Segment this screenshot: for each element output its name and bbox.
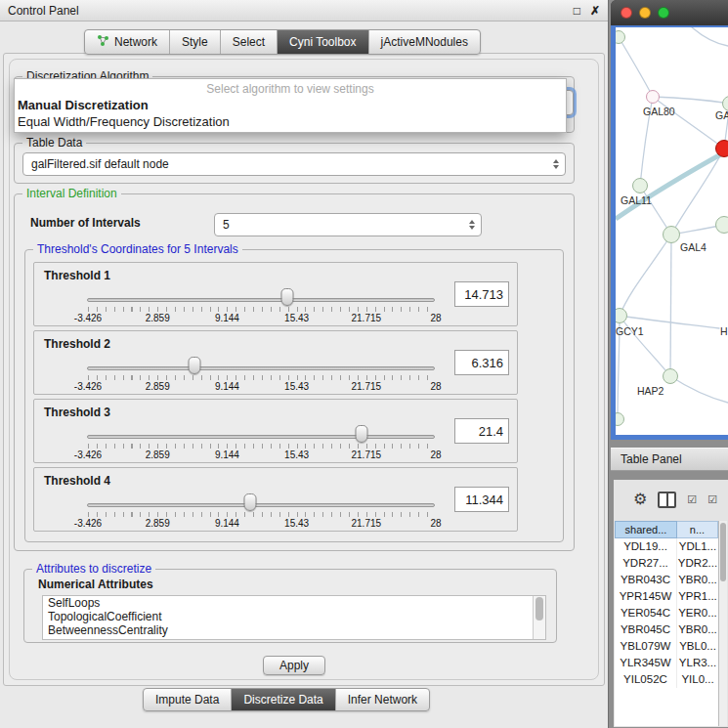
table-row[interactable]: YBR043CYBR0... — [615, 572, 718, 588]
float-window-icon[interactable]: □ — [574, 5, 580, 17]
table-scrollbar[interactable] — [718, 521, 727, 726]
minimize-traffic-light[interactable] — [639, 7, 651, 19]
table-cell[interactable]: YDR2... — [677, 555, 718, 572]
attributes-to-discretize-group: Attributes to discretize Numerical Attri… — [23, 569, 557, 643]
table-cell[interactable]: YBL0... — [677, 638, 718, 655]
table-header-row: shared... n... — [615, 521, 718, 538]
attribute-list-item[interactable]: BetweennessCentrality — [43, 623, 545, 637]
apply-button[interactable]: Apply — [263, 656, 325, 675]
tick-label: 15.43 — [284, 381, 309, 392]
threshold-value-field[interactable]: 14.713 — [454, 281, 509, 307]
table-row[interactable]: YDL19...YDL1... — [615, 538, 718, 555]
numerical-attributes-list[interactable]: SelfLoopsTopologicalCoefficientBetweenne… — [42, 595, 546, 640]
slider-tick-labels: -3.426 2.859 9.144 15.43 21.715 28 — [88, 381, 436, 393]
attributes-scrollbar-thumb[interactable] — [535, 597, 543, 621]
table-cell[interactable]: YDR27... — [615, 555, 677, 572]
tick-label: -3.426 — [74, 518, 102, 529]
column-header-name[interactable]: n... — [677, 521, 718, 538]
table-cell[interactable]: YER0... — [677, 605, 718, 621]
checkbox-icon[interactable]: ☑ — [687, 494, 697, 505]
network-node-label: GAL11 — [621, 194, 652, 206]
table-cell[interactable]: YPR1... — [677, 588, 718, 605]
column-header-shared-name[interactable]: shared... — [615, 521, 677, 538]
close-window-icon[interactable]: ✗ — [590, 5, 600, 17]
threshold-value-field[interactable]: 21.4 — [454, 418, 509, 444]
table-cell[interactable]: YER054C — [615, 605, 677, 621]
tab-label: jActiveMNodules — [381, 35, 468, 49]
table-cell[interactable]: YBL079W — [615, 638, 677, 655]
network-node[interactable] — [715, 216, 728, 234]
tick-label: 2.859 — [146, 313, 170, 323]
checkbox-icon[interactable]: ☑ — [707, 494, 717, 505]
table-row[interactable]: YBR045CYBR0... — [615, 621, 718, 638]
table-cell[interactable]: YIL052C — [615, 671, 677, 688]
tick-label: 28 — [430, 313, 441, 323]
dropdown-option-manual-discretization[interactable]: Manual Discretization — [15, 97, 566, 113]
threshold-value-field[interactable]: 6.316 — [454, 350, 509, 375]
network-node[interactable] — [646, 90, 660, 104]
algorithm-dropdown-popup: Select algorithm to view settings Manual… — [14, 78, 567, 133]
attributes-scrollbar[interactable] — [533, 596, 545, 639]
tab-jactivemnodules[interactable]: jActiveMNodules — [368, 30, 480, 54]
tick-label: 28 — [430, 450, 441, 460]
tab-network[interactable]: Network — [85, 30, 169, 54]
table-cell[interactable]: YPR145W — [615, 588, 677, 605]
threshold-3-panel: Threshold 3 -3.426 2.859 9.144 15.43 21.… — [33, 399, 518, 463]
table-row[interactable]: YLR345WYLR3... — [615, 655, 718, 671]
attribute-list-item[interactable]: TopologicalCoefficient — [43, 610, 545, 623]
tick-label: 2.859 — [146, 518, 170, 529]
tab-select[interactable]: Select — [220, 30, 277, 54]
network-node[interactable] — [663, 226, 680, 243]
slider-thumb[interactable] — [189, 357, 201, 374]
combo-value: galFiltered.sif default node — [31, 157, 169, 171]
tick-label: 15.43 — [284, 450, 309, 460]
table-row[interactable]: YDR27...YDR2... — [615, 555, 718, 572]
table-cell[interactable]: YLR3... — [677, 655, 718, 671]
network-node[interactable] — [612, 30, 625, 44]
number-of-intervals-combobox[interactable]: 5 — [214, 213, 482, 236]
table-row[interactable]: YPR145WYPR1... — [615, 588, 718, 605]
gear-icon[interactable]: ⚙ — [633, 492, 647, 507]
table-cell[interactable]: YBR043C — [615, 572, 677, 588]
tick-label: 9.144 — [215, 313, 239, 323]
attribute-list-item[interactable]: SelfLoops — [43, 596, 545, 610]
tick-label: 15.43 — [284, 518, 309, 529]
tab-cyni-toolbox[interactable]: Cyni Toolbox — [277, 30, 367, 54]
table-scrollbar-thumb[interactable] — [720, 523, 726, 581]
network-node[interactable] — [715, 140, 728, 157]
table-cell[interactable]: YDL1... — [677, 538, 718, 555]
tab-impute-data[interactable]: Impute Data — [144, 689, 231, 710]
threshold-4-panel: Threshold 4 -3.426 2.859 9.144 15.43 21.… — [33, 467, 518, 532]
table-toolbar: ⚙ ☑ ☑ — [614, 480, 728, 519]
table-cell[interactable]: YDL19... — [615, 538, 677, 555]
table-data-combobox[interactable]: galFiltered.sif default node — [22, 152, 566, 176]
slider-thumb[interactable] — [244, 493, 257, 511]
table-row[interactable]: YIL052CYIL0... — [615, 671, 718, 688]
tab-discretize-data[interactable]: Discretize Data — [231, 689, 334, 710]
table-cell[interactable]: YBR0... — [677, 572, 718, 588]
network-canvas[interactable]: GAL80GAGAL11GAL4GCY1HHAP2 — [611, 25, 728, 440]
tab-style[interactable]: Style — [169, 30, 220, 54]
table-row[interactable]: YER054CYER0... — [615, 605, 718, 621]
table-cell[interactable]: YBR0... — [677, 621, 718, 638]
columns-icon[interactable] — [658, 492, 676, 508]
table-cell[interactable]: YIL0... — [677, 671, 718, 688]
table-row[interactable]: YBL079WYBL0... — [615, 638, 718, 655]
slider-thumb[interactable] — [281, 288, 294, 306]
dropdown-option-equal-width-frequency[interactable]: Equal Width/Frequency Discretization — [15, 113, 566, 130]
table-cell[interactable]: YBR045C — [615, 621, 677, 638]
slider-tickmarks — [88, 444, 436, 449]
network-node[interactable] — [611, 412, 624, 426]
slider-thumb[interactable] — [356, 425, 368, 443]
zoom-traffic-light[interactable] — [658, 7, 669, 19]
tick-label: 21.715 — [352, 381, 382, 392]
table-cell[interactable]: YLR345W — [615, 655, 677, 671]
tab-label: Infer Network — [348, 693, 417, 707]
tab-infer-network[interactable]: Infer Network — [335, 689, 429, 710]
network-node[interactable] — [632, 178, 648, 193]
network-node[interactable] — [612, 308, 627, 323]
network-node[interactable] — [663, 368, 678, 384]
tick-label: 28 — [430, 381, 441, 392]
close-traffic-light[interactable] — [621, 7, 632, 19]
threshold-value-field[interactable]: 11.344 — [454, 487, 509, 512]
